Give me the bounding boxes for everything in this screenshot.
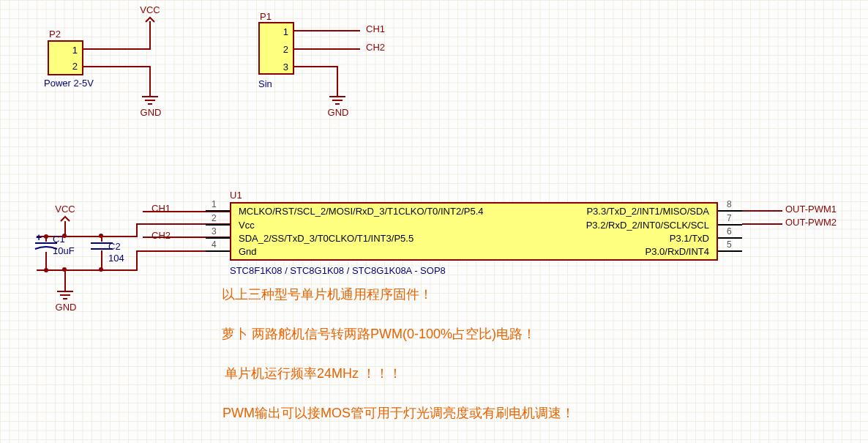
p2-pin1: 1 — [72, 45, 78, 56]
p1-wire-gnd-v — [337, 66, 338, 97]
u1-pinnum-8: 8 — [727, 199, 732, 209]
note-1: 以上三种型号单片机通用程序固件！ — [222, 286, 433, 303]
vcc-bus-left — [37, 236, 138, 237]
u1-pinstub-8 — [718, 210, 742, 212]
u1-pinnum-5: 5 — [727, 239, 732, 250]
u1-pin3-name: SDA_2/SS/TxD_3/T0CLKO/T1/INT3/P5.5 — [239, 233, 414, 244]
p1-pin2: 2 — [283, 44, 288, 55]
u1-pin6-name: P3.1/TxD — [670, 233, 709, 244]
p2-body: 1 2 — [48, 40, 83, 75]
gnd-bus-left — [37, 269, 138, 271]
p2-ref: P2 — [49, 29, 61, 40]
p1-pin1: 1 — [283, 26, 288, 37]
c2-ref: C2 — [108, 241, 121, 252]
ic-net-ch2: CH2 — [151, 230, 171, 241]
gnd-label-p1: GND — [326, 107, 350, 118]
u1-pin7-name: P3.2/RxD_2/INT0/SCLK/SCL — [586, 220, 709, 231]
junction-dot — [99, 267, 103, 272]
p2-wire-gnd-v — [149, 66, 151, 97]
p1-wire-gnd — [294, 66, 338, 67]
junction-dot — [62, 234, 67, 238]
gnd-stub-left — [64, 269, 66, 291]
u1-pinnum-7: 7 — [727, 213, 732, 223]
u1-pin2-name: Vcc — [239, 220, 255, 231]
u1-pinstub-1 — [206, 210, 230, 212]
net-out2: OUT-PWM2 — [785, 217, 837, 228]
junction-dot — [62, 267, 67, 272]
u1-pinnum-6: 6 — [727, 226, 732, 237]
u1-ref: U1 — [230, 190, 242, 201]
u1-pinstub-7 — [718, 224, 742, 226]
p1-body: 1 2 3 — [258, 22, 294, 75]
c1-lead-bot — [45, 252, 47, 269]
p1-wire-ch1 — [294, 30, 360, 31]
p2-wire-vcc-v — [149, 21, 151, 49]
vcc-symbol-p2 — [144, 16, 156, 23]
net-out1: OUT-PWM1 — [785, 204, 837, 215]
c1-val: 10uF — [53, 245, 75, 256]
gnd-symbol-left — [56, 290, 75, 302]
gnd-to-ic-v — [136, 250, 138, 271]
p1-net-ch1: CH1 — [366, 23, 385, 34]
u1-pinstub-4 — [206, 250, 230, 252]
note-2: 萝卜 两路舵机信号转两路PWM(0-100%占空比)电路！ — [222, 325, 536, 343]
u1-pinstub-2 — [206, 224, 230, 226]
u1-pinstub-6 — [718, 237, 742, 239]
vcc-label-p2: VCC — [138, 4, 162, 15]
junction-dot — [99, 234, 103, 238]
u1-pinnum-2: 2 — [212, 213, 217, 223]
gnd-symbol-p2 — [141, 95, 160, 107]
wire-out2 — [742, 223, 782, 225]
u1-pin5-name: P3.0/RxD/INT4 — [646, 246, 709, 257]
junction-dot — [44, 234, 48, 239]
u1-pinnum-1: 1 — [212, 199, 217, 209]
u1-part: STC8F1K08 / STC8G1K08 / STC8G1K08A - SOP… — [230, 265, 446, 276]
p1-desc: Sin — [258, 78, 272, 89]
p2-wire-vcc — [83, 48, 151, 50]
p2-pin2: 2 — [72, 61, 78, 72]
note-3: 单片机运行频率24MHz ！！！ — [225, 365, 402, 382]
gnd-symbol-p1 — [328, 95, 347, 107]
p1-ref: P1 — [260, 11, 272, 22]
wire-out1 — [742, 210, 782, 212]
u1-pinstub-5 — [718, 250, 742, 252]
u1-pin1-name: MCLKO/RST/SCL_2/MOSI/RxD_3/T1CLKO/T0/INT… — [239, 206, 484, 217]
c1-polarity-icon: + — [36, 231, 42, 243]
p2-desc: Power 2-5V — [44, 78, 94, 89]
gnd-label-p2: GND — [139, 107, 162, 118]
u1-pinnum-3: 3 — [212, 226, 217, 237]
p1-wire-ch2 — [294, 48, 360, 50]
gnd-label-left: GND — [54, 302, 78, 313]
p2-wire-gnd — [83, 66, 151, 67]
vcc-to-ic-v — [136, 223, 138, 237]
c2-val: 104 — [108, 253, 124, 264]
u1-pin8-name: P3.3/TxD_2/INT1/MISO/SDA — [586, 206, 709, 217]
note-4: PWM输出可以接MOS管可用于灯光调亮度或有刷电机调速！ — [222, 404, 575, 422]
u1-body: MCLKO/RST/SCL_2/MOSI/RxD_3/T1CLKO/T0/INT… — [230, 202, 718, 261]
junction-dot — [44, 268, 48, 272]
p1-net-ch2: CH2 — [366, 42, 385, 53]
vcc-label-left: VCC — [53, 204, 78, 215]
u1-pinnum-4: 4 — [212, 239, 217, 250]
p1-pin3: 3 — [283, 62, 288, 72]
u1-pin4-name: Gnd — [239, 246, 257, 257]
u1-pinstub-3 — [206, 237, 230, 239]
